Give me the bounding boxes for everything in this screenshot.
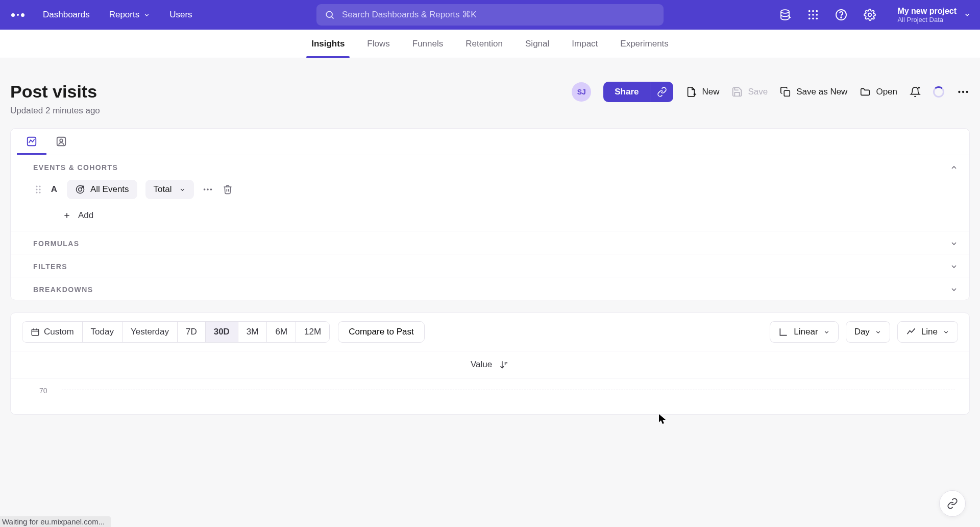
svg-point-0 bbox=[326, 11, 332, 17]
tab-signal[interactable]: Signal bbox=[525, 30, 549, 58]
header-actions: SJ Share New Save Save as New bbox=[572, 82, 970, 102]
measure-select[interactable]: Total bbox=[145, 180, 194, 199]
collapse-icon[interactable] bbox=[950, 163, 958, 172]
tab-experiments[interactable]: Experiments bbox=[620, 30, 668, 58]
settings-gear-icon[interactable] bbox=[864, 9, 876, 21]
help-icon[interactable] bbox=[835, 9, 847, 21]
time-12m[interactable]: 12M bbox=[296, 322, 329, 342]
time-yesterday[interactable]: Yesterday bbox=[122, 322, 178, 342]
svg-point-15 bbox=[841, 17, 842, 18]
search-icon bbox=[325, 10, 335, 20]
copy-link-fab[interactable] bbox=[939, 490, 966, 517]
project-scope: All Project Data bbox=[897, 16, 957, 24]
svg-point-10 bbox=[816, 14, 818, 16]
avatar[interactable]: SJ bbox=[572, 82, 591, 102]
nav-users[interactable]: Users bbox=[169, 10, 192, 20]
time-30d[interactable]: 30D bbox=[206, 322, 238, 342]
tab-insights[interactable]: Insights bbox=[311, 30, 345, 58]
chart-area: 70 bbox=[11, 378, 969, 414]
section-breakdowns: BREAKDOWNS bbox=[11, 277, 969, 300]
svg-point-24 bbox=[966, 91, 968, 93]
page-updated: Updated 2 minutes ago bbox=[10, 106, 100, 116]
new-button[interactable]: New bbox=[685, 86, 719, 98]
value-header[interactable]: Value bbox=[11, 351, 969, 378]
project-switcher[interactable]: My new project All Project Data bbox=[892, 6, 971, 24]
expand-icon[interactable] bbox=[950, 239, 958, 248]
tab-impact[interactable]: Impact bbox=[572, 30, 598, 58]
chart-type-select[interactable]: Line bbox=[897, 321, 958, 343]
scale-select[interactable]: Linear bbox=[770, 321, 838, 343]
compare-to-past-button[interactable]: Compare to Past bbox=[338, 321, 425, 343]
tab-funnels[interactable]: Funnels bbox=[412, 30, 443, 58]
time-range-segments: Custom Today Yesterday 7D 30D 3M 6M 12M bbox=[22, 321, 330, 343]
expand-icon[interactable] bbox=[950, 285, 958, 294]
tab-flows[interactable]: Flows bbox=[367, 30, 389, 58]
svg-point-33 bbox=[39, 191, 40, 193]
chart-icon bbox=[26, 136, 37, 147]
save-icon bbox=[731, 86, 743, 98]
axis-icon bbox=[778, 327, 789, 337]
notifications-button[interactable] bbox=[910, 86, 921, 98]
apps-grid-icon[interactable] bbox=[807, 9, 819, 20]
time-today[interactable]: Today bbox=[83, 322, 122, 342]
save-button: Save bbox=[731, 86, 768, 98]
nav-reports-label: Reports bbox=[109, 10, 140, 20]
target-icon bbox=[75, 184, 85, 195]
svg-point-39 bbox=[210, 188, 212, 190]
data-icon[interactable] bbox=[779, 9, 791, 21]
link-icon bbox=[657, 87, 667, 97]
time-7d[interactable]: 7D bbox=[178, 322, 206, 342]
y-axis-tick: 70 bbox=[39, 387, 47, 395]
drag-handle-icon[interactable] bbox=[35, 185, 41, 194]
panel-tab-events[interactable] bbox=[17, 129, 46, 155]
search-input[interactable] bbox=[342, 10, 655, 20]
svg-point-8 bbox=[808, 14, 811, 16]
nav-reports[interactable]: Reports bbox=[109, 10, 151, 20]
sort-desc-icon bbox=[499, 360, 509, 370]
svg-point-13 bbox=[816, 18, 818, 20]
panel-tab-users[interactable] bbox=[46, 129, 76, 155]
user-icon bbox=[56, 136, 67, 147]
add-event-button[interactable]: Add bbox=[63, 210, 958, 221]
svg-point-23 bbox=[962, 91, 964, 93]
svg-point-28 bbox=[36, 185, 37, 187]
svg-point-7 bbox=[816, 10, 818, 12]
svg-point-12 bbox=[813, 18, 815, 20]
tab-retention[interactable]: Retention bbox=[465, 30, 503, 58]
plus-icon bbox=[63, 211, 71, 220]
svg-point-16 bbox=[868, 13, 871, 16]
nav-dashboards[interactable]: Dashboards bbox=[43, 10, 90, 20]
expand-icon[interactable] bbox=[950, 262, 958, 271]
time-3m[interactable]: 3M bbox=[238, 322, 267, 342]
chevron-down-icon bbox=[179, 186, 186, 193]
event-select[interactable]: All Events bbox=[67, 180, 137, 199]
granularity-select[interactable]: Day bbox=[846, 321, 890, 343]
row-delete-button[interactable] bbox=[223, 184, 233, 195]
row-more-button[interactable] bbox=[202, 184, 213, 195]
chevron-down-icon bbox=[964, 11, 971, 18]
time-custom[interactable]: Custom bbox=[22, 322, 83, 342]
svg-point-11 bbox=[808, 18, 811, 20]
query-panel: EVENTS & COHORTS A All Events Total bbox=[10, 128, 970, 300]
browser-status-bar: Waiting for eu.mixpanel.com... bbox=[0, 516, 111, 527]
svg-rect-19 bbox=[784, 90, 790, 96]
global-search[interactable] bbox=[316, 4, 664, 26]
app-logo[interactable] bbox=[6, 10, 30, 20]
chart-panel: Custom Today Yesterday 7D 30D 3M 6M 12M … bbox=[10, 313, 970, 415]
share-button[interactable]: Share bbox=[603, 82, 650, 102]
section-title: BREAKDOWNS bbox=[33, 285, 93, 294]
save-as-new-button[interactable]: Save as New bbox=[780, 86, 847, 98]
open-button[interactable]: Open bbox=[860, 86, 897, 98]
svg-point-6 bbox=[813, 10, 815, 12]
more-actions-button[interactable] bbox=[957, 85, 970, 99]
time-6m[interactable]: 6M bbox=[267, 322, 296, 342]
svg-point-29 bbox=[39, 185, 40, 187]
share-link-button[interactable] bbox=[650, 82, 673, 102]
bell-icon bbox=[910, 86, 921, 98]
series-label: A bbox=[50, 184, 59, 195]
svg-point-31 bbox=[39, 188, 40, 190]
svg-point-5 bbox=[808, 10, 811, 12]
chevron-down-icon bbox=[823, 329, 830, 336]
cursor-icon bbox=[658, 414, 667, 425]
svg-point-2 bbox=[781, 10, 789, 13]
